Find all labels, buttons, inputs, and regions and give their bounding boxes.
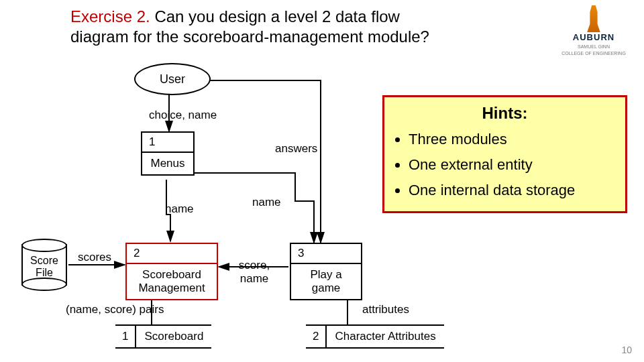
process-play-label: Play a game bbox=[291, 264, 361, 299]
process-sb-num: 2 bbox=[127, 244, 217, 264]
hints-title: Hints: bbox=[394, 104, 616, 123]
datastore-scoreboard: 1 Scoreboard bbox=[115, 324, 211, 349]
ds-char-num: 2 bbox=[306, 326, 327, 347]
process-play-num: 3 bbox=[291, 244, 361, 264]
flow-scores: scores bbox=[78, 251, 111, 264]
process-menus-num: 1 bbox=[142, 133, 193, 153]
ds-scoreboard-num: 1 bbox=[115, 326, 136, 347]
datastore-char-attrs: 2 Character Attributes bbox=[306, 324, 444, 349]
process-scoreboard-mgmt: 2 Scoreboard Management bbox=[125, 243, 218, 300]
entity-user-label: User bbox=[160, 72, 185, 86]
ds-scoreboard-label: Scoreboard bbox=[136, 326, 211, 347]
flow-pairs: (name, score) pairs bbox=[66, 303, 164, 316]
hint-item: One internal data storage bbox=[409, 178, 616, 203]
ds-char-label: Character Attributes bbox=[327, 326, 443, 347]
hint-item: One external entity bbox=[409, 152, 616, 178]
flow-attributes: attributes bbox=[362, 303, 409, 316]
flow-name-right: name bbox=[252, 196, 281, 209]
process-sb-label: Scoreboard Management bbox=[127, 264, 217, 299]
process-play-game: 3 Play a game bbox=[290, 243, 362, 300]
page-number: 10 bbox=[621, 345, 632, 355]
flow-name-left: name bbox=[165, 202, 194, 216]
hints-box: Hints: Three modules One external entity… bbox=[382, 95, 627, 213]
process-menus: 1 Menus bbox=[141, 131, 195, 176]
flow-answers: answers bbox=[275, 142, 317, 156]
flow-choice-name: choice, name bbox=[149, 109, 217, 122]
flow-score-name: score, name bbox=[231, 259, 278, 286]
datastore-scorefile: Score File bbox=[21, 239, 67, 291]
entity-user: User bbox=[134, 63, 211, 95]
hint-item: Three modules bbox=[409, 127, 616, 152]
hints-list: Three modules One external entity One in… bbox=[394, 127, 616, 203]
scorefile-label: Score File bbox=[21, 255, 67, 279]
process-menus-label: Menus bbox=[142, 153, 193, 174]
